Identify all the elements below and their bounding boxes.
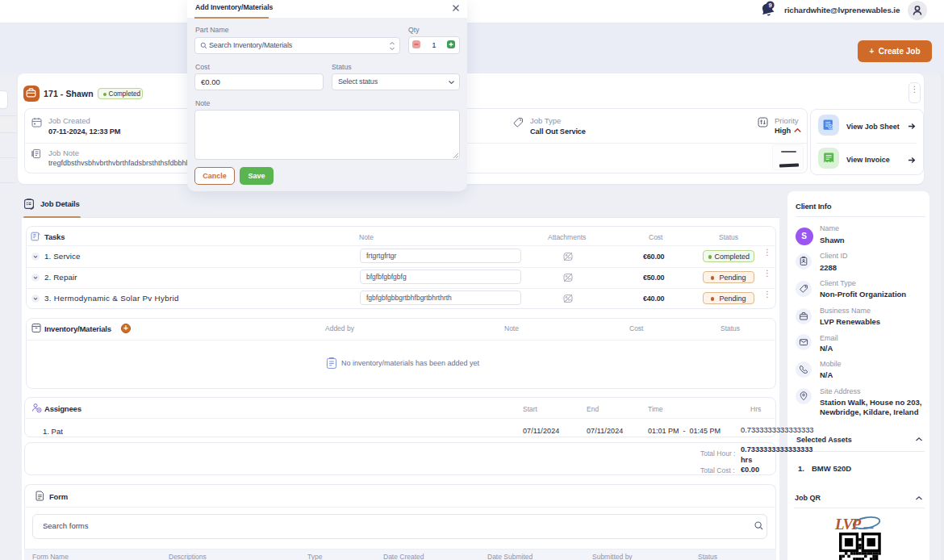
svg-text:LVP: LVP	[834, 516, 862, 533]
svg-text:9: 9	[769, 2, 772, 9]
